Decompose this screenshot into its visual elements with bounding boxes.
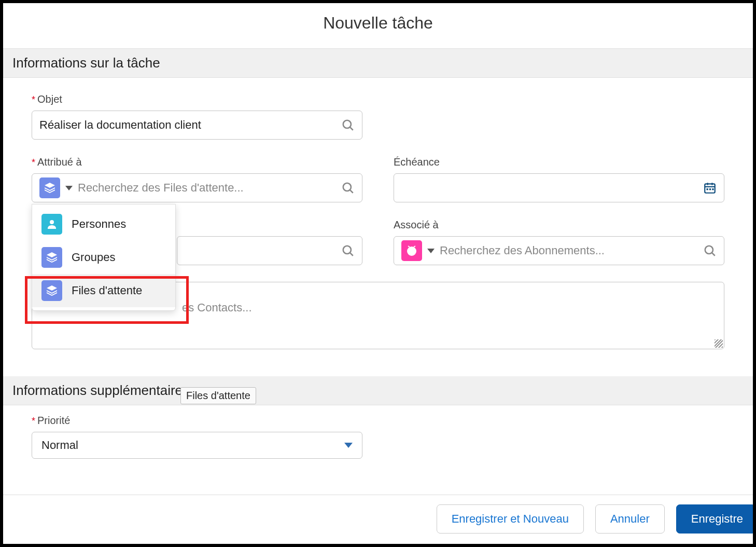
- svg-rect-10: [709, 188, 711, 190]
- resize-grip[interactable]: [715, 339, 723, 348]
- assigned-type-caret[interactable]: [65, 186, 73, 190]
- svg-point-2: [343, 183, 351, 191]
- stack-icon[interactable]: [39, 177, 60, 198]
- due-date-input[interactable]: [401, 181, 703, 195]
- section-task-info: Informations sur la tâche: [3, 49, 753, 78]
- search-icon: [341, 118, 355, 132]
- stack-icon: [41, 247, 62, 268]
- save-and-new-button[interactable]: Enregistrer et Nouveau: [437, 504, 584, 534]
- svg-point-0: [343, 120, 351, 128]
- section-extra-info: Informations supplémentaires: [3, 376, 753, 405]
- dropdown-item-groupes[interactable]: Groupes: [32, 241, 175, 274]
- subject-input-container[interactable]: [32, 111, 362, 140]
- dropdown-item-label: Personnes: [72, 217, 126, 231]
- dropdown-item-files-attente[interactable]: Files d'attente: [32, 274, 175, 307]
- dropdown-item-label: Files d'attente: [72, 284, 142, 297]
- priority-label: Priorité: [32, 415, 362, 427]
- svg-point-15: [705, 246, 713, 254]
- related-input-container[interactable]: [394, 236, 724, 265]
- subject-label: Objet: [32, 93, 362, 105]
- save-button[interactable]: Enregistre: [676, 504, 753, 534]
- calendar-icon[interactable]: [703, 181, 717, 195]
- svg-rect-9: [707, 188, 708, 190]
- search-icon: [341, 244, 355, 257]
- chevron-down-icon: [344, 443, 353, 448]
- footer-actions: Enregistrer et Nouveau Annuler Enregistr…: [3, 495, 753, 544]
- svg-rect-5: [705, 184, 715, 193]
- person-icon: [41, 214, 62, 235]
- priority-select[interactable]: Normal: [32, 432, 362, 459]
- assigned-label: Attribué à: [32, 156, 362, 168]
- dropdown-item-label: Groupes: [72, 251, 115, 264]
- priority-value: Normal: [41, 439, 78, 452]
- tooltip-files-attente: Files d'attente: [180, 387, 256, 404]
- stack-icon: [41, 280, 62, 301]
- svg-line-16: [712, 253, 715, 255]
- assigned-input-container[interactable]: Personnes Groupes Files d'attente: [32, 173, 362, 202]
- related-label: Associé à: [394, 219, 724, 231]
- search-icon: [341, 181, 355, 195]
- cancel-button[interactable]: Annuler: [595, 504, 665, 534]
- svg-line-3: [350, 190, 353, 193]
- subject-input[interactable]: [39, 118, 341, 132]
- related-type-caret[interactable]: [427, 249, 435, 253]
- svg-line-1: [350, 127, 353, 130]
- svg-point-12: [343, 246, 351, 254]
- due-date-label: Échéance: [394, 156, 724, 168]
- search-icon: [703, 244, 717, 257]
- svg-point-4: [50, 220, 54, 224]
- due-date-input-container[interactable]: [394, 173, 724, 202]
- clock-icon[interactable]: [401, 240, 422, 261]
- contacts-input[interactable]: [185, 244, 341, 257]
- modal-title: Nouvelle tâche: [3, 3, 753, 49]
- assigned-input[interactable]: [78, 181, 341, 195]
- related-input[interactable]: [440, 244, 703, 257]
- assigned-type-dropdown: Personnes Groupes Files d'attente: [32, 204, 176, 311]
- contacts-input-container[interactable]: [177, 236, 362, 265]
- svg-line-13: [350, 253, 353, 255]
- dropdown-item-personnes[interactable]: Personnes: [32, 208, 175, 241]
- svg-rect-11: [712, 188, 713, 190]
